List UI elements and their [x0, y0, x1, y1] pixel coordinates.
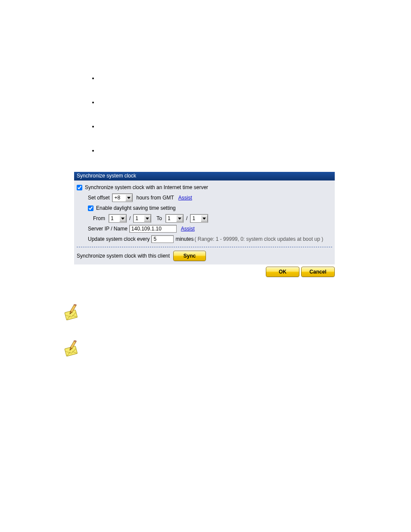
offset-prefix: Set offset: [88, 195, 109, 201]
sync-internet-label: Synchronize system clock with an Interne…: [85, 184, 208, 190]
chevron-down-icon: [201, 215, 208, 222]
dst-to-day-select[interactable]: 1: [190, 214, 208, 223]
note-icon: [62, 304, 80, 321]
sync-button[interactable]: Sync: [173, 251, 206, 261]
offset-assist-link[interactable]: Assist: [178, 195, 192, 201]
sync-client-label: Synchronize system clock with this clien…: [77, 253, 170, 259]
update-range-text: ( Range: 1 - 99999, 0: system clock upda…: [194, 236, 323, 242]
dst-from-day-value: 1: [134, 215, 144, 221]
dst-from-month-select[interactable]: 1: [109, 214, 127, 223]
offset-row: Set offset +8 hours from GMT Assist: [88, 193, 332, 202]
update-unit: minutes: [175, 236, 193, 242]
sync-client-row: Synchronize system clock with this clien…: [77, 251, 332, 261]
server-assist-link[interactable]: Assist: [181, 226, 195, 232]
update-interval-input[interactable]: [151, 235, 174, 243]
bullet-icon: [92, 102, 94, 103]
dst-to-day-value: 1: [190, 215, 201, 221]
sync-clock-panel: Synchronize system clock Synchronize sys…: [74, 172, 335, 264]
dst-from-month-value: 1: [109, 215, 119, 221]
slash-separator: /: [129, 215, 131, 221]
panel-title: Synchronize system clock: [74, 172, 335, 180]
sync-internet-checkbox[interactable]: [77, 185, 82, 190]
update-prefix: Update system clock every: [88, 236, 149, 242]
note-icon: [62, 340, 80, 358]
bullet-icon: [92, 150, 94, 152]
offset-value: +8: [112, 195, 125, 201]
dst-to-label: To: [156, 215, 162, 221]
sync-internet-row: Synchronize system clock with an Interne…: [77, 183, 332, 192]
dst-to-month-value: 1: [166, 215, 176, 221]
chevron-down-icon: [119, 215, 126, 222]
divider: [77, 247, 332, 247]
cancel-button[interactable]: Cancel: [301, 267, 335, 277]
offset-select[interactable]: +8: [112, 193, 133, 202]
server-label: Server IP / Name: [88, 226, 128, 232]
dst-enable-checkbox[interactable]: [88, 205, 93, 211]
dst-from-label: From: [93, 215, 105, 221]
dst-to-month-select[interactable]: 1: [165, 214, 184, 223]
ok-button[interactable]: OK: [266, 267, 299, 277]
bullet-list: [92, 78, 94, 174]
footer-buttons: OK Cancel: [74, 266, 335, 277]
update-row: Update system clock every minutes ( Rang…: [88, 235, 332, 243]
panel-body: Synchronize system clock with an Interne…: [74, 180, 335, 264]
chevron-down-icon: [176, 215, 183, 222]
dst-from-day-select[interactable]: 1: [133, 214, 151, 223]
offset-suffix: hours from GMT: [136, 195, 174, 201]
bullet-icon: [92, 78, 94, 79]
dst-enable-row: Enable daylight saving time setting: [88, 204, 332, 212]
bullet-icon: [92, 126, 94, 128]
slash-separator: /: [186, 215, 187, 221]
dst-enable-label: Enable daylight saving time setting: [96, 205, 176, 211]
chevron-down-icon: [144, 215, 151, 222]
dst-range-row: From 1 / 1 To 1 /: [93, 214, 332, 223]
server-row: Server IP / Name Assist: [88, 224, 332, 233]
chevron-down-icon: [125, 194, 132, 201]
server-ip-input[interactable]: [129, 225, 177, 233]
